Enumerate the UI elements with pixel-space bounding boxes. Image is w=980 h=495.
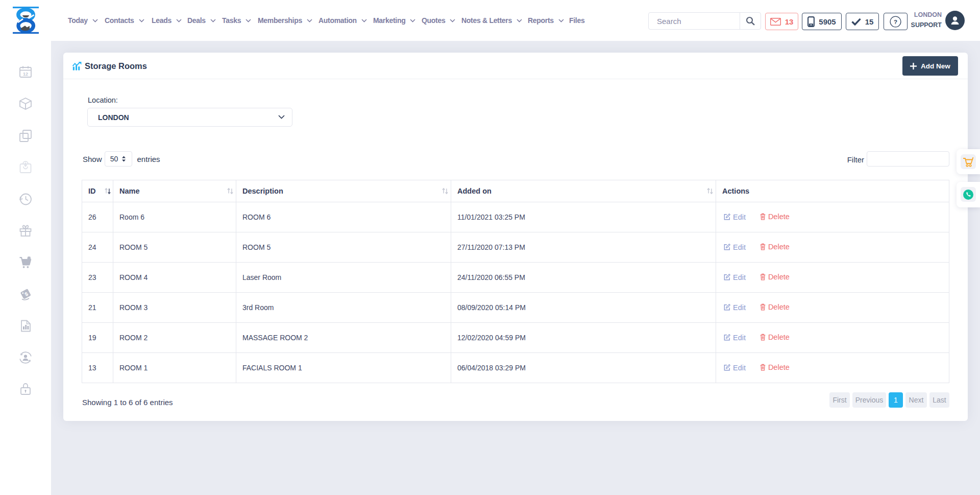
- svg-text:12: 12: [23, 72, 28, 77]
- svg-text:?: ?: [894, 18, 897, 25]
